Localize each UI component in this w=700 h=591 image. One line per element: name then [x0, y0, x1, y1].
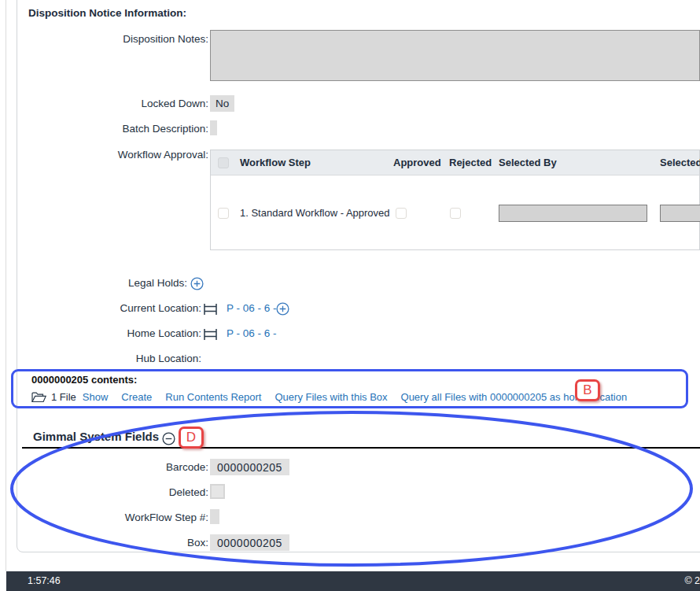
current-location-label: Current Location:	[16, 302, 201, 314]
left-frame-divider	[6, 0, 6, 571]
col-header-rejected: Rejected	[449, 150, 492, 175]
selected-date-input[interactable]	[660, 205, 700, 222]
batch-description-value	[210, 120, 217, 135]
locked-down-value: No	[210, 95, 234, 112]
add-legal-hold-button[interactable]	[190, 277, 204, 290]
collapse-section-button[interactable]	[162, 432, 175, 445]
gimmal-section-title: Gimmal System Fields	[33, 430, 159, 443]
box-value: 0000000205	[210, 534, 289, 551]
disposition-notes-label: Disposition Notes:	[16, 33, 208, 45]
open-folder-icon	[31, 392, 46, 403]
disposition-section-title: Disposition Notice Information:	[28, 7, 186, 19]
query-files-with-box-link[interactable]: Query Files with this Box	[274, 391, 387, 403]
col-header-selected: Selected	[660, 150, 700, 175]
circle-plus-icon	[190, 277, 204, 290]
annotation-badge-b: B	[575, 379, 600, 401]
copyright-text: © 20	[684, 575, 700, 586]
deleted-value	[210, 484, 225, 499]
disposition-notes-textarea[interactable]	[210, 30, 700, 81]
app-screen: Disposition Notice Information: Disposit…	[0, 0, 700, 591]
locked-down-label: Locked Down:	[16, 98, 208, 109]
add-current-location-button[interactable]	[276, 302, 289, 316]
col-header-workflow-step: Workflow Step	[240, 150, 311, 175]
shelf-location-icon	[203, 329, 218, 340]
rejected-checkbox[interactable]	[450, 208, 461, 219]
contents-title: 0000000205 contents:	[31, 374, 137, 386]
current-location-link[interactable]: P - 06 - 6 -	[227, 302, 277, 314]
workflow-table-header: Workflow Step Approved Rejected Selected…	[211, 150, 699, 175]
box-label: Box:	[16, 537, 208, 549]
circle-plus-icon	[276, 302, 289, 316]
workflow-approval-label: Workflow Approval:	[16, 149, 208, 161]
run-contents-report-link[interactable]: Run Contents Report	[165, 391, 261, 403]
home-location-label: Home Location:	[16, 327, 201, 339]
show-link[interactable]: Show	[83, 391, 109, 403]
hub-location-label: Hub Location:	[16, 353, 201, 364]
home-location-link[interactable]: P - 06 - 6 -	[227, 327, 277, 339]
circle-minus-icon	[162, 432, 175, 445]
create-link[interactable]: Create	[121, 391, 152, 403]
workflow-step-number-value	[210, 509, 219, 524]
selected-by-input[interactable]	[499, 205, 647, 222]
row-select-checkbox[interactable]	[218, 208, 229, 219]
status-bar: 1:57:46 © 20	[6, 571, 700, 591]
section-divider	[22, 447, 700, 449]
select-all-checkbox[interactable]	[218, 157, 229, 168]
workflow-approval-table: Workflow Step Approved Rejected Selected…	[210, 150, 700, 250]
barcode-value: 0000000205	[210, 459, 289, 475]
col-header-approved: Approved	[393, 150, 441, 175]
workflow-step-cell: 1. Standard Workflow - Approved	[240, 207, 390, 219]
deleted-label: Deleted:	[16, 486, 208, 498]
annotation-badge-d: D	[179, 427, 204, 449]
col-header-selected-by: Selected By	[499, 150, 557, 175]
workflow-step-number-label: WorkFlow Step #:	[16, 512, 208, 523]
legal-holds-label: Legal Holds:	[16, 277, 187, 289]
barcode-label: Barcode:	[16, 461, 208, 473]
session-timer: 1:57:46	[28, 575, 61, 586]
shelf-location-icon	[203, 304, 218, 315]
contents-actions-row: 1 File Show Create Run Contents Report Q…	[31, 391, 640, 403]
file-count: 1 File	[51, 391, 76, 403]
batch-description-label: Batch Description:	[16, 123, 208, 135]
approved-checkbox[interactable]	[396, 208, 407, 219]
